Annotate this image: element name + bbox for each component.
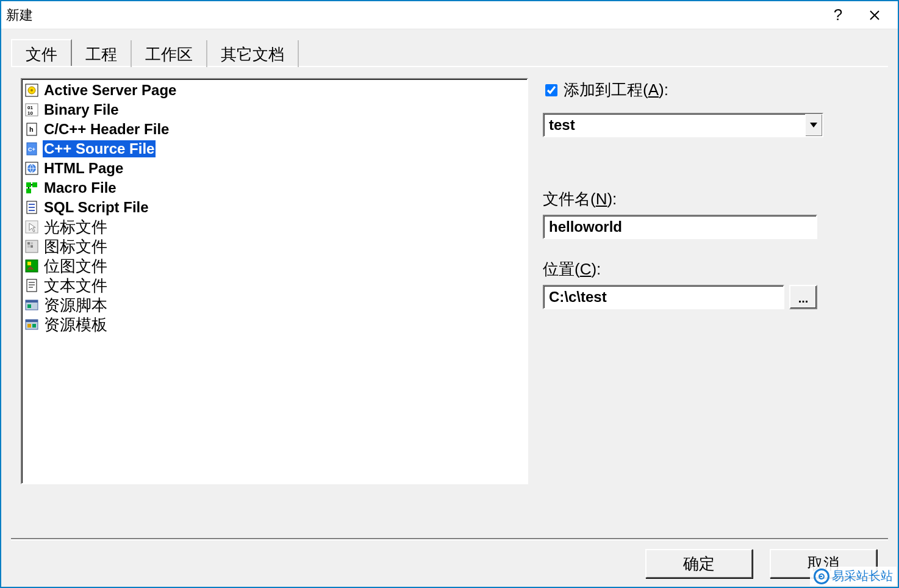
svg-rect-32 [26, 300, 38, 303]
list-item[interactable]: 位图文件 [22, 256, 527, 276]
svg-rect-21 [27, 242, 30, 245]
list-item[interactable]: 光标文件 [22, 217, 527, 237]
list-item[interactable]: SQL Script File [22, 198, 527, 217]
list-item[interactable]: 图标文件 [22, 237, 527, 256]
list-item[interactable]: 0110Binary File [22, 100, 527, 120]
watermark-icon [814, 568, 829, 584]
watermark-text: 易采站长站 [832, 568, 893, 584]
list-item-label: SQL Script File [43, 199, 150, 216]
list-item[interactable]: Macro File [22, 178, 527, 198]
header-icon: h [24, 122, 39, 137]
tab-file[interactable]: 文件 [11, 39, 72, 66]
svg-rect-12 [26, 182, 31, 187]
svg-text:h: h [29, 126, 34, 133]
list-item-label: Binary File [43, 101, 120, 118]
bitmap-icon [24, 259, 39, 273]
list-item-label: C/C++ Header File [43, 121, 170, 138]
icon-file-icon [24, 239, 39, 254]
binary-icon: 0110 [24, 102, 39, 117]
svg-text:01: 01 [27, 105, 33, 110]
tab-other-docs[interactable]: 其它文档 [207, 40, 299, 67]
file-type-list[interactable]: Active Server Page0110Binary FilehC/C++ … [21, 78, 528, 484]
svg-rect-35 [26, 320, 38, 322]
tab-strip: 文件 工程 工作区 其它文档 [11, 39, 888, 66]
close-icon [869, 10, 880, 21]
help-button[interactable]: ? [820, 1, 856, 29]
tab-workspace[interactable]: 工作区 [132, 40, 207, 67]
svg-rect-14 [26, 188, 31, 193]
list-item-label: Active Server Page [43, 82, 177, 99]
chevron-down-icon [810, 123, 817, 127]
list-item[interactable]: C+C++ Source File [22, 139, 527, 159]
browse-button[interactable]: ... [789, 285, 817, 309]
location-input[interactable] [543, 285, 784, 309]
tab-content: Active Server Page0110Binary FilehC/C++ … [11, 66, 888, 539]
filename-label: 文件名(N): [543, 188, 878, 210]
add-to-project-input[interactable] [545, 84, 557, 96]
tab-project[interactable]: 工程 [72, 40, 132, 67]
svg-point-2 [30, 89, 33, 91]
html-icon [24, 161, 39, 176]
list-item[interactable]: 文本文件 [22, 276, 527, 295]
dialog-footer: 确定 取消 [11, 539, 888, 587]
text-icon [24, 278, 39, 293]
list-item[interactable]: HTML Page [22, 159, 527, 178]
list-item-label: HTML Page [43, 160, 124, 177]
add-to-project-checkbox[interactable]: 添加到工程(A): [543, 79, 878, 101]
window-title: 新建 [6, 6, 820, 24]
list-item-label: 位图文件 [43, 256, 109, 277]
filename-input[interactable] [543, 215, 817, 239]
list-item-label: C++ Source File [43, 140, 156, 157]
right-pane: 添加到工程(A): 文件名(N): [543, 78, 878, 528]
list-item-label: 资源脚本 [43, 295, 109, 316]
project-combo-input[interactable] [543, 113, 805, 137]
svg-rect-13 [32, 182, 37, 187]
svg-text:C+: C+ [28, 146, 35, 152]
list-item-label: Macro File [43, 179, 118, 196]
location-label: 位置(C): [543, 259, 878, 280]
asp-icon [24, 83, 39, 98]
svg-rect-36 [27, 324, 31, 328]
titlebar: 新建 ? [1, 1, 898, 29]
add-to-project-label: 添加到工程(A): [564, 79, 668, 101]
list-item-label: 资源模板 [43, 314, 109, 335]
svg-rect-33 [27, 304, 31, 308]
resource-template-icon [24, 317, 39, 332]
list-item[interactable]: 资源模板 [22, 315, 527, 334]
list-item-label: 文本文件 [43, 275, 109, 296]
svg-rect-22 [30, 242, 33, 245]
svg-rect-24 [30, 245, 33, 248]
svg-rect-26 [27, 262, 31, 265]
project-combo[interactable] [543, 113, 823, 137]
close-button[interactable] [856, 1, 893, 29]
svg-text:10: 10 [27, 110, 33, 116]
client-area: 文件 工程 工作区 其它文档 Active Server Page0110Bin… [1, 29, 898, 587]
list-item[interactable]: hC/C++ Header File [22, 120, 527, 139]
svg-rect-23 [27, 245, 30, 248]
svg-rect-37 [32, 324, 36, 328]
resource-script-icon [24, 298, 39, 312]
ok-button[interactable]: 确定 [645, 549, 753, 578]
project-combo-button[interactable] [805, 113, 823, 137]
cursor-icon [24, 220, 39, 234]
cpp-icon: C+ [24, 142, 39, 156]
list-item-label: 光标文件 [43, 217, 109, 238]
list-item[interactable]: Active Server Page [22, 81, 527, 100]
macro-icon [24, 181, 39, 195]
list-item[interactable]: 资源脚本 [22, 295, 527, 315]
list-item-label: 图标文件 [43, 236, 109, 257]
new-dialog: 新建 ? 文件 工程 工作区 其它文档 Active Server Page01… [0, 0, 899, 588]
sql-icon [24, 200, 39, 215]
location-row: ... [543, 285, 878, 309]
watermark: 易采站长站 [810, 567, 897, 586]
svg-rect-27 [27, 279, 37, 292]
